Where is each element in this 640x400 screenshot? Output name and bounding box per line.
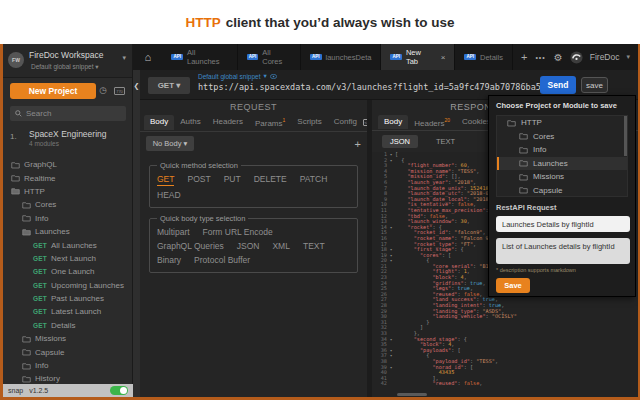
sidebar-item-past-launches[interactable]: GETPast Launches	[3, 292, 133, 305]
sidebar-collapse-strip[interactable]: ❮	[133, 70, 140, 397]
sidebar-item-upcoming-launches[interactable]: GETUpcoming Launches	[3, 279, 133, 292]
sidebar-item-details[interactable]: GETDetails	[3, 319, 133, 332]
tab-details[interactable]: APIDetails	[455, 44, 512, 70]
tab-new-tab[interactable]: APINew Tab×	[381, 44, 455, 70]
request-tab-body[interactable]: Body	[144, 115, 174, 130]
token-p: }	[426, 319, 429, 325]
workspace-avatar[interactable]: FW	[8, 52, 24, 68]
quick-method-selection: Quick method selection GETPOSTPUTDELETEP…	[149, 161, 358, 208]
token-s: "OCISLY"	[492, 313, 517, 319]
token-p: ,	[482, 280, 485, 286]
sidebar-item-info[interactable]: Info	[3, 359, 133, 372]
add-icon[interactable]: +	[355, 138, 361, 150]
sidebar-item-next-launch[interactable]: GETNext Launch	[3, 252, 133, 265]
tree-item-label: Latest Launch	[51, 307, 101, 316]
popover-module-http[interactable]: HTTP	[497, 116, 627, 130]
sidebar-item-latest-launch[interactable]: GETLatest Launch	[3, 305, 133, 318]
snippet-selector[interactable]: Default global snippet▾	[198, 72, 277, 80]
popover-scrollbar[interactable]	[624, 116, 627, 156]
workspace-header[interactable]: FW FireDoc Workspace Default global snip…	[3, 44, 132, 78]
sidebar-item-info[interactable]: Info	[3, 212, 133, 225]
popover-module-cores[interactable]: Cores	[497, 130, 627, 144]
close-icon[interactable]: ×	[441, 53, 446, 62]
sidebar-item-cores[interactable]: Cores	[3, 198, 133, 211]
sidebar-item-one-launch[interactable]: GETOne Launch	[3, 265, 133, 278]
popover-module-missions[interactable]: Missions	[497, 170, 627, 184]
new-tab-button[interactable]: +	[521, 51, 527, 63]
history-icon[interactable]: ◷	[99, 85, 107, 96]
token-s: "TESS"	[476, 358, 495, 364]
send-button[interactable]: Send	[540, 76, 576, 94]
method-dropdown[interactable]: GET ▾	[148, 77, 190, 94]
search-input[interactable]: Search	[10, 106, 126, 121]
token-p: ,	[467, 268, 470, 274]
method-chip-head[interactable]: HEAD	[157, 190, 181, 200]
chevron-down-icon[interactable]: ▾	[626, 53, 630, 61]
request-tab-auths[interactable]: Auths	[174, 115, 206, 130]
sidebar-item-capsule[interactable]: Capsule	[3, 345, 133, 358]
tab-all-cores[interactable]: APIAll Cores	[238, 44, 301, 70]
request-tab-params[interactable]: Params1	[249, 115, 291, 130]
method-chip-get[interactable]: GET	[157, 174, 174, 186]
horizontal-scrollbar[interactable]	[397, 393, 427, 396]
response-tab-body[interactable]: Body	[378, 115, 408, 130]
eye-icon[interactable]	[270, 74, 277, 79]
module-label: Capsule	[533, 186, 562, 195]
popover-module-launches[interactable]: Launches	[497, 157, 627, 171]
firedoc-logo[interactable]	[570, 51, 583, 64]
tab-all-launches[interactable]: APIAll Launches	[162, 44, 237, 70]
workspace-snippet-label[interactable]: Default global snippet ▾	[31, 63, 99, 71]
sidebar-item-realtime[interactable]: Realtime	[3, 171, 133, 184]
request-tab-scripts[interactable]: Scripts	[291, 115, 327, 130]
collapse-chevron-icon[interactable]: ❮	[133, 82, 140, 90]
save-request-button[interactable]: save	[581, 77, 608, 93]
gear-icon[interactable]: ⚙	[554, 52, 563, 63]
response-tab-headers[interactable]: Headers20	[408, 115, 456, 130]
folder-icon	[22, 201, 31, 209]
folder-icon	[519, 132, 528, 140]
response-subtab-json[interactable]: JSON	[382, 135, 418, 148]
tab-overflow-button[interactable]: •••	[535, 54, 545, 61]
bodytype-chip-multipart[interactable]: Multipart	[157, 227, 190, 237]
popover-section-label: RestAPI Request	[489, 197, 635, 214]
chevron-down-icon[interactable]: ▾	[122, 54, 126, 62]
request-tab-config[interactable]: Config	[328, 115, 363, 130]
folder-icon	[22, 335, 31, 343]
sidebar-item-all-launches[interactable]: GETAll Launches	[3, 238, 133, 251]
folder-icon	[22, 362, 31, 370]
response-subtab-text[interactable]: TEXT	[428, 135, 463, 148]
url-input[interactable]: https://api.spacexdata.com/v3/launches?f…	[198, 82, 568, 92]
method-chip-patch[interactable]: PATCH	[300, 174, 328, 186]
status-bar: snap v1.2.5	[3, 384, 133, 397]
popover-module-capsule[interactable]: Capsule	[497, 184, 627, 198]
popover-module-info[interactable]: Info	[497, 143, 627, 157]
sidebar-item-http[interactable]: HTTP	[3, 185, 133, 198]
bodytype-chip-json[interactable]: JSON	[237, 241, 260, 251]
new-project-button[interactable]: New Project	[10, 83, 96, 99]
sidebar-item-launches[interactable]: Launches	[3, 225, 133, 238]
method-chip-delete[interactable]: DELETE	[254, 174, 287, 186]
bodytype-chip-xml[interactable]: XML	[272, 241, 289, 251]
bodytype-chip-binary[interactable]: Binary	[157, 255, 181, 265]
home-icon[interactable]: ⌂	[133, 44, 162, 70]
tab-launchesdeta[interactable]: APIlaunchesDeta	[301, 44, 381, 70]
bodytype-chip-form-url-encode[interactable]: Form URL Encode	[203, 227, 273, 237]
body-type-dropdown[interactable]: No Body ▾	[146, 136, 194, 151]
request-description-input[interactable]	[496, 238, 630, 264]
popover-save-button[interactable]: Save	[496, 278, 530, 293]
snap-toggle[interactable]	[110, 386, 128, 395]
method-chip-put[interactable]: PUT	[224, 174, 241, 186]
request-tab-headers[interactable]: Headers	[207, 115, 249, 130]
api-badge: API	[310, 54, 322, 61]
bodytype-chip-text[interactable]: TEXT	[303, 241, 325, 251]
project-item[interactable]: 1. SpaceX Engineering 4 modules	[3, 128, 133, 154]
bodytype-chip-graphql-queries[interactable]: GraphQL Queries	[157, 241, 224, 251]
token-n: 43435	[439, 369, 455, 375]
folder-icon	[11, 174, 20, 182]
env-icon[interactable]: 770	[114, 87, 125, 95]
method-chip-post[interactable]: POST	[187, 174, 210, 186]
request-name-input[interactable]	[496, 216, 630, 232]
sidebar-item-missions[interactable]: Missions	[3, 332, 133, 345]
bodytype-chip-protocol-buffer[interactable]: Protocol Buffer	[194, 255, 250, 265]
sidebar-item-graphql[interactable]: GraphQL	[3, 158, 133, 171]
